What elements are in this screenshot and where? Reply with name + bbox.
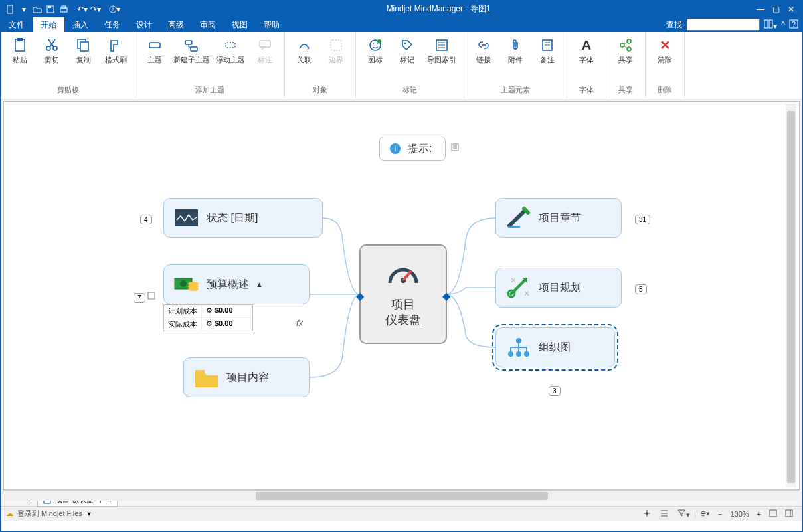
login-link[interactable]: 登录到 Mindjet Files — [13, 509, 86, 519]
svg-rect-53 — [195, 370, 205, 374]
save-icon[interactable] — [45, 3, 56, 15]
org-node[interactable]: 组织图 — [495, 327, 615, 367]
search-input[interactable] — [687, 19, 760, 31]
callout-button[interactable]: 标注 — [250, 35, 280, 66]
svg-rect-2 — [48, 6, 51, 8]
tab-help[interactable]: 帮助 — [256, 17, 288, 33]
right-handle-icon[interactable]: ◆ — [442, 290, 450, 302]
zoom-level[interactable]: 100% — [726, 510, 753, 518]
hint-node[interactable]: i 提示: — [379, 137, 446, 161]
filter-icon[interactable]: ▾ — [673, 508, 694, 519]
count-badge[interactable]: 7 — [134, 293, 145, 303]
tab-task[interactable]: 任务 — [96, 17, 128, 33]
plan-node[interactable]: ✕✕ 项目规划 — [495, 268, 622, 308]
vertical-scrollbar[interactable] — [786, 104, 796, 487]
tab-review[interactable]: 审阅 — [192, 17, 224, 33]
view-outline-icon[interactable] — [656, 509, 673, 519]
notes-indicator-icon[interactable] — [450, 143, 460, 155]
svg-text:i: i — [395, 145, 396, 153]
tab-home[interactable]: 开始 — [33, 17, 64, 33]
count-badge[interactable]: 5 — [635, 284, 647, 294]
chapter-node[interactable]: 项目章节 — [495, 198, 622, 238]
paste-button[interactable]: 粘贴 — [5, 35, 35, 66]
svg-rect-0 — [7, 5, 13, 13]
share-button[interactable]: 共享 — [610, 35, 641, 66]
svg-point-27 — [404, 43, 406, 44]
status-node[interactable]: 状态 [日期] — [163, 198, 323, 238]
svg-rect-76 — [786, 510, 792, 517]
budget-node[interactable]: 预算概述 ▲ — [163, 264, 310, 304]
content-node[interactable]: 项目内容 — [183, 357, 310, 397]
svg-rect-4 — [62, 6, 66, 8]
zoom-out-icon[interactable]: − — [714, 510, 726, 518]
mindmap-canvas[interactable]: i 提示: 项目仪表盘 ◆ ◆ 状态 [日期] 4 预算概述 ▲ 7 计划成本⚙… — [3, 101, 800, 490]
count-badge[interactable]: 31 — [635, 215, 650, 224]
cut-button[interactable]: 剪切 — [37, 35, 67, 66]
svg-point-51 — [188, 282, 199, 286]
notes-indicator-icon[interactable] — [147, 291, 156, 303]
window-title: Mindjet MindManager - 导图1 — [120, 3, 757, 15]
index-button[interactable]: 导图索引 — [424, 35, 460, 66]
print-icon[interactable] — [58, 3, 70, 15]
collapse-icon[interactable]: ▲ — [256, 280, 263, 288]
zoom-fit-icon[interactable]: ⊕▾ — [696, 509, 714, 518]
svg-point-62 — [524, 351, 529, 357]
svg-point-59 — [516, 338, 521, 343]
font-button[interactable]: A字体 — [571, 35, 602, 66]
horizontal-scrollbar[interactable] — [3, 490, 800, 501]
help-icon[interactable]: ? — [789, 19, 798, 31]
svg-rect-17 — [149, 43, 160, 48]
tag-button[interactable]: 标记 — [392, 35, 422, 66]
tab-design[interactable]: 设计 — [128, 17, 160, 33]
left-handle-icon[interactable]: ◆ — [356, 290, 364, 302]
qat-dropdown-icon[interactable]: ▾ — [18, 3, 30, 15]
boundary-button[interactable]: 边界 — [321, 35, 351, 66]
svg-rect-19 — [191, 47, 197, 51]
svg-point-60 — [508, 351, 513, 357]
icon-button[interactable]: 图标 — [360, 35, 391, 66]
notes-button[interactable]: 备注 — [532, 35, 563, 66]
cloud-icon: ☁ — [6, 509, 13, 518]
tab-view[interactable]: 视图 — [224, 17, 256, 33]
relation-button[interactable]: 关联 — [289, 35, 319, 66]
panel-icon[interactable] — [781, 509, 797, 519]
redo-icon[interactable]: ↷▾ — [90, 3, 102, 15]
undo-icon[interactable]: ↶▾ — [76, 3, 88, 15]
tab-file[interactable]: 文件 — [1, 17, 33, 33]
subtopic-button[interactable]: 新建子主题 — [171, 35, 211, 66]
floating-topic-button[interactable]: 浮动主题 — [213, 35, 248, 66]
svg-rect-42 — [452, 144, 458, 151]
attach-button[interactable]: 附件 — [500, 35, 531, 66]
copy-button[interactable]: 复制 — [68, 35, 99, 66]
tab-insert[interactable]: 插入 — [64, 17, 96, 33]
svg-point-24 — [373, 43, 374, 44]
layout-icon[interactable]: ▾ — [764, 19, 777, 31]
minimize-icon[interactable]: — — [757, 5, 764, 14]
login-dropdown-icon[interactable]: ▼ — [86, 511, 92, 517]
expand-icon[interactable] — [765, 509, 781, 519]
open-icon[interactable] — [31, 3, 43, 15]
ribbon: 粘贴 剪切 复制 格式刷 剪贴板 主题 新建子主题 浮动主题 标注 添加主题 关… — [1, 32, 802, 98]
topic-button[interactable]: 主题 — [139, 35, 170, 66]
svg-text:?: ? — [112, 7, 115, 13]
tab-advanced[interactable]: 高级 — [160, 17, 192, 33]
zoom-in-icon[interactable]: + — [753, 510, 765, 518]
collapse-ribbon-icon[interactable]: ^ — [781, 20, 785, 29]
statusbar: ☁ 登录到 Mindjet Files ▼ ▾ | ⊕▾ − 100% + — [1, 506, 802, 521]
help-qat-icon[interactable]: ?▾ — [108, 3, 120, 15]
svg-rect-52 — [148, 292, 155, 299]
maximize-icon[interactable]: ▢ — [772, 5, 780, 14]
svg-rect-12 — [17, 38, 23, 41]
view-map-icon[interactable] — [638, 509, 656, 519]
fx-icon[interactable]: fx — [296, 318, 303, 328]
central-node[interactable]: 项目仪表盘 — [359, 244, 447, 344]
svg-rect-8 — [769, 20, 772, 28]
close-icon[interactable]: ✕ — [788, 5, 794, 14]
clear-button[interactable]: ✕清除 — [650, 35, 680, 66]
titlebar: ▾ ↶▾ ↷▾ ?▾ Mindjet MindManager - 导图1 — ▢… — [1, 1, 802, 17]
count-badge[interactable]: 3 — [549, 386, 561, 396]
link-button[interactable]: 链接 — [468, 35, 499, 66]
new-doc-icon[interactable] — [5, 3, 17, 15]
format-painter-button[interactable]: 格式刷 — [100, 35, 131, 66]
count-badge[interactable]: 4 — [140, 215, 152, 224]
